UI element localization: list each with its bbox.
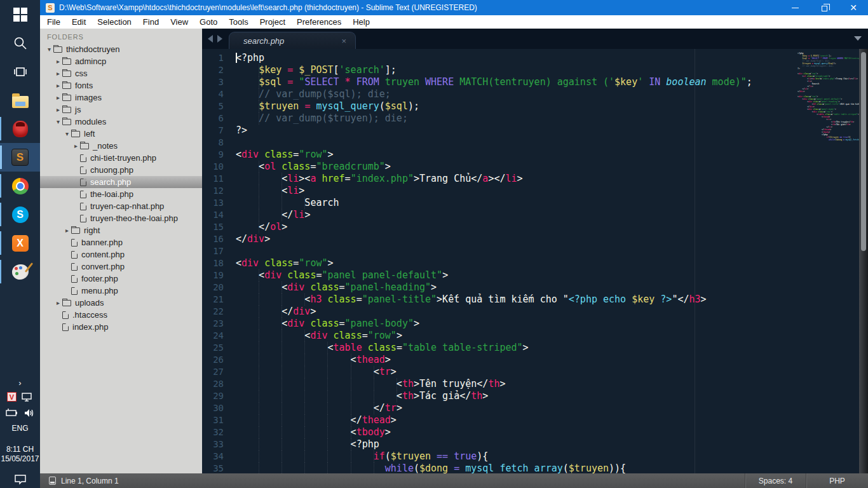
paint-button[interactable] (0, 257, 40, 286)
show-hidden-icons-button[interactable]: › (0, 376, 40, 389)
chevron-down-icon[interactable]: ▾ (63, 130, 71, 137)
tree-item-label: chuong.php (90, 165, 133, 175)
tree-item-footer-php[interactable]: footer.php (40, 273, 202, 285)
volume-icon[interactable] (24, 409, 35, 417)
tree-item-the-loai-php[interactable]: the-loai.php (40, 188, 202, 200)
tree-item-left[interactable]: ▾left (40, 128, 202, 140)
tree-item-search-php[interactable]: search.php (40, 176, 202, 188)
tree-item-right[interactable]: ▸right (40, 224, 202, 236)
close-button[interactable]: ✕ (839, 0, 868, 15)
chevron-right-icon[interactable]: ▸ (54, 94, 62, 101)
menu-item-edit[interactable]: Edit (66, 15, 92, 29)
menu-item-file[interactable]: File (41, 15, 66, 29)
indent-guide (281, 390, 282, 402)
indent-guide (351, 463, 351, 473)
chrome-button[interactable] (0, 172, 40, 200)
tree-item-menu-php[interactable]: menu.php (40, 285, 202, 297)
status-page-icon[interactable] (49, 477, 56, 485)
v-tray-icon[interactable]: V (7, 392, 17, 402)
taskbar-search-button[interactable] (0, 29, 40, 57)
chevron-right-icon[interactable]: ▸ (54, 58, 62, 65)
tab-close-icon[interactable]: × (341, 36, 346, 46)
tab-search-php[interactable]: search.php × (229, 32, 356, 49)
chevron-right-icon[interactable]: ▸ (54, 70, 62, 77)
tree-item-fonts[interactable]: ▸fonts (40, 79, 202, 92)
tree-item-index-php[interactable]: index.php (40, 321, 202, 333)
indent-guide (304, 342, 305, 354)
indentation-setting[interactable]: Spaces: 4 (745, 473, 806, 488)
tree-item-modules[interactable]: ▾modules (40, 116, 202, 128)
minimize-button[interactable] (780, 0, 810, 15)
tree-item-images[interactable]: ▸images (40, 92, 202, 104)
display-network-icon[interactable] (22, 392, 33, 402)
tree-item-uploads[interactable]: ▸uploads (40, 297, 202, 309)
menu-item-goto[interactable]: Goto (194, 15, 223, 29)
code-line: <div class="panel-body"> (236, 318, 808, 330)
tab-overflow-icon[interactable] (854, 36, 862, 41)
editor-column: search.php × 123456789101112131415161718… (202, 29, 868, 473)
chevron-right-icon[interactable]: ▸ (54, 299, 62, 306)
tree-item-banner-php[interactable]: banner.php (40, 236, 202, 248)
taskbar-clock[interactable]: 8:11 CH 15/05/2017 (0, 445, 40, 464)
menu-item-tools[interactable]: Tools (223, 15, 254, 29)
code-line: <div class="row"> (236, 330, 808, 342)
tree-item--notes[interactable]: ▸_notes (40, 140, 202, 152)
chevron-right-icon[interactable]: ▸ (54, 106, 62, 113)
code-editor[interactable]: 1234567891011121314151617181920212223242… (202, 49, 868, 473)
syntax-setting[interactable]: PHP (806, 473, 868, 488)
xampp-button[interactable]: X (0, 229, 40, 257)
tree-item-truyen-theo-the-loai-php[interactable]: truyen-theo-the-loai.php (40, 212, 202, 224)
tree-item-label: the-loai.php (90, 189, 133, 199)
chevron-right-icon[interactable]: ▸ (54, 82, 62, 89)
indent-guide (259, 112, 259, 125)
tree-item-label: modules (75, 117, 106, 126)
tree-item-truyen-cap-nhat-php[interactable]: truyen-cap-nhat.php (40, 200, 202, 212)
code-line: <div class="row"> (236, 257, 808, 269)
menu-item-preferences[interactable]: Preferences (291, 15, 347, 29)
vertical-scrollbar[interactable] (859, 49, 868, 473)
task-view-button[interactable] (0, 57, 40, 86)
code-line: </li> (236, 209, 808, 221)
line-number: 24 (202, 330, 236, 342)
indent-guide (304, 426, 305, 438)
action-center-button[interactable] (0, 471, 40, 488)
tree-item-convert-php[interactable]: convert.php (40, 261, 202, 273)
tree-item-js[interactable]: ▸js (40, 104, 202, 116)
tree-item-chuong-php[interactable]: chuong.php (40, 164, 202, 176)
file-icon (80, 179, 86, 186)
chevron-down-icon[interactable]: ▾ (45, 46, 53, 53)
tree-item-content-php[interactable]: content.php (40, 248, 202, 261)
tab-scroll-right-icon[interactable] (217, 35, 222, 43)
tree-item--htaccess[interactable]: .htaccess (40, 309, 202, 321)
tree-item-chi-tiet-truyen-php[interactable]: chi-tiet-truyen.php (40, 152, 202, 164)
code-line: while($dong = mysql_fetch_array($truyen)… (236, 463, 808, 473)
minimap[interactable]: <?php $key = $_POST['search']; $sql = "S… (797, 52, 859, 473)
chevron-down-icon[interactable]: ▾ (54, 118, 62, 125)
menu-item-view[interactable]: View (165, 15, 194, 29)
scrollbar-thumb[interactable] (861, 52, 866, 251)
red-mascot-app-button[interactable] (0, 114, 40, 143)
tree-item-thichdoctruyen[interactable]: ▾thichdoctruyen (40, 43, 202, 55)
line-number: 13 (202, 197, 236, 209)
chevron-right-icon[interactable]: ▸ (63, 227, 71, 234)
indent-guide (281, 451, 282, 463)
tab-scroll-left-icon[interactable] (208, 35, 213, 43)
skype-button[interactable]: S (0, 200, 40, 229)
menu-item-selection[interactable]: Selection (92, 15, 137, 29)
close-icon: ✕ (850, 3, 857, 13)
start-button[interactable] (0, 0, 40, 29)
battery-icon[interactable] (6, 409, 18, 417)
menu-item-find[interactable]: Find (137, 15, 165, 29)
sublime-text-button[interactable]: S (0, 143, 40, 172)
tree-item-css[interactable]: ▸css (40, 67, 202, 79)
tree-item-admincp[interactable]: ▸admincp (40, 55, 202, 67)
restore-button[interactable] (810, 0, 839, 15)
chevron-right-icon[interactable]: ▸ (72, 142, 80, 149)
file-icon (71, 287, 78, 295)
menu-item-project[interactable]: Project (254, 15, 291, 29)
menu-item-help[interactable]: Help (347, 15, 376, 29)
indent-guide (259, 88, 259, 100)
file-explorer-button[interactable] (0, 86, 40, 114)
language-indicator[interactable]: ENG (0, 421, 40, 436)
file-icon (71, 251, 78, 259)
